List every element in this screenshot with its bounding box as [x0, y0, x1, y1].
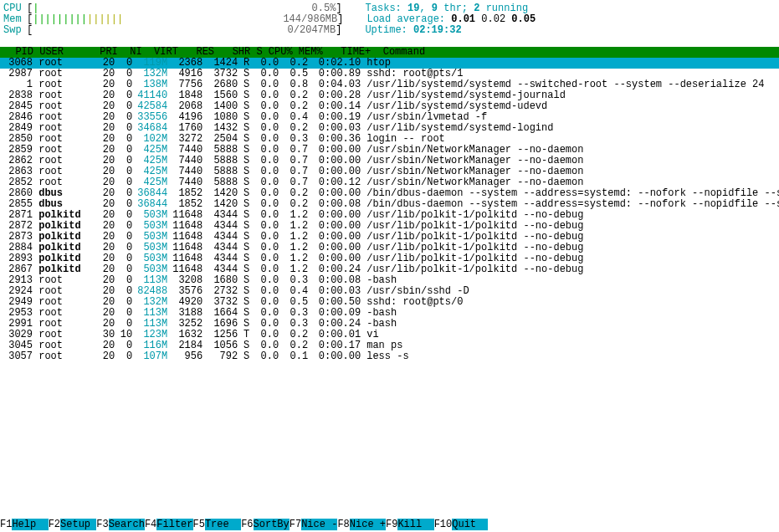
footer-bar[interactable]: F1Help F2Setup F3SearchF4FilterF5Tree F6…: [0, 519, 488, 530]
fkey-f4: F4: [145, 519, 156, 530]
header-meters: CPU[|0.5%] Tasks: 19, 9 thr; 2 running M…: [0, 0, 779, 36]
fkey-label-f7[interactable]: Nice -: [301, 519, 337, 530]
process-row[interactable]: 2991 root200113M32521696S0.00.30:00.24-b…: [0, 319, 779, 330]
fkey-label-f2[interactable]: Setup: [60, 519, 96, 530]
fkey-label-f9[interactable]: Kill: [397, 519, 433, 530]
uptime-stat: Uptime: 02:19:32: [365, 25, 461, 36]
fkey-f9: F9: [386, 519, 397, 530]
fkey-f6: F6: [241, 519, 253, 530]
fkey-label-f10[interactable]: Quit: [452, 519, 488, 530]
fkey-label-f8[interactable]: Nice +: [350, 519, 386, 530]
fkey-f3: F3: [96, 519, 108, 530]
fkey-f1: F1: [0, 519, 12, 530]
swp-meter: Swp[0/2047MB] Uptime: 02:19:32: [3, 25, 776, 36]
fkey-f5: F5: [193, 519, 205, 530]
fkey-label-f5[interactable]: Tree: [205, 519, 241, 530]
fkey-label-f1[interactable]: Help: [12, 519, 48, 530]
process-list[interactable]: 3068 root200119M23681424R0.00.20:02.10ht…: [0, 58, 779, 362]
fkey-f8: F8: [337, 519, 349, 530]
fkey-label-f4[interactable]: Filter: [156, 519, 192, 530]
fkey-label-f3[interactable]: Search: [109, 519, 145, 530]
fkey-f7: F7: [290, 519, 301, 530]
fkey-f10: F10: [434, 519, 453, 530]
process-row[interactable]: 3057 root200107M956792S0.00.10:00.00less…: [0, 351, 779, 362]
fkey-label-f6[interactable]: SortBy: [254, 519, 290, 530]
fkey-f2: F2: [49, 519, 60, 530]
